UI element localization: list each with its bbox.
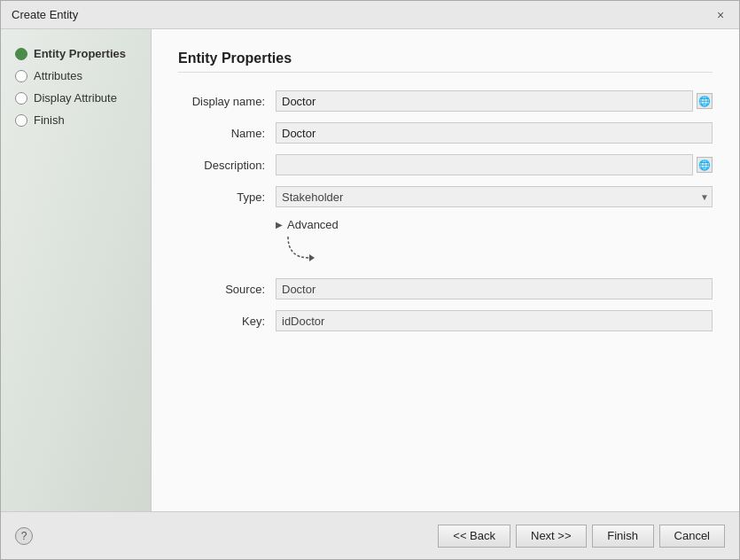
sidebar-label-finish: Finish — [34, 113, 65, 127]
description-input[interactable] — [276, 154, 693, 175]
name-input-wrap — [276, 122, 713, 144]
dialog-title: Create Entity — [12, 8, 78, 21]
description-row: Description: 🌐 — [178, 154, 713, 175]
advanced-toggle[interactable]: ▶ Advanced — [276, 218, 713, 231]
step-indicator-attributes — [15, 70, 27, 82]
name-label: Name: — [178, 127, 276, 140]
close-button[interactable]: × — [713, 7, 728, 23]
finish-button[interactable]: Finish — [592, 525, 654, 548]
description-globe-icon[interactable]: 🌐 — [697, 157, 713, 173]
key-row: Key: — [178, 310, 713, 331]
step-indicator-entity-properties — [15, 48, 27, 60]
curved-arrow-svg — [284, 233, 320, 265]
display-name-row: Display name: 🌐 — [178, 90, 713, 112]
curved-arrow-container — [284, 233, 713, 268]
key-input[interactable] — [276, 310, 713, 331]
source-input-wrap — [276, 278, 713, 299]
step-indicator-finish — [15, 114, 27, 127]
type-label: Type: — [178, 191, 276, 204]
description-input-wrap: 🌐 — [276, 154, 713, 175]
footer-left: ? — [15, 527, 33, 545]
description-label: Description: — [178, 159, 276, 172]
display-name-label: Display name: — [178, 95, 276, 108]
back-button[interactable]: << Back — [438, 525, 510, 548]
sidebar-item-finish[interactable]: Finish — [15, 113, 136, 127]
advanced-toggle-arrow-icon: ▶ — [276, 220, 283, 229]
display-name-input[interactable] — [276, 90, 693, 112]
name-input[interactable] — [276, 122, 713, 144]
cancel-button[interactable]: Cancel — [659, 525, 725, 548]
name-row: Name: — [178, 122, 713, 144]
source-input[interactable] — [276, 278, 713, 299]
sidebar: Entity Properties Attributes Display Att… — [1, 29, 152, 511]
advanced-section: ▶ Advanced — [178, 218, 713, 268]
main-content: Entity Properties Attributes Display Att… — [1, 29, 739, 511]
type-select-wrap: Stakeholder ▼ — [276, 186, 713, 207]
sidebar-item-attributes[interactable]: Attributes — [15, 69, 136, 82]
type-select[interactable]: Stakeholder — [276, 186, 713, 207]
footer-buttons: << Back Next >> Finish Cancel — [438, 525, 725, 548]
source-row: Source: — [178, 278, 713, 299]
type-row: Type: Stakeholder ▼ — [178, 186, 713, 207]
section-title: Entity Properties — [178, 51, 713, 73]
sidebar-item-display-attribute[interactable]: Display Attribute — [15, 91, 136, 105]
sidebar-label-attributes: Attributes — [34, 69, 82, 82]
dialog: Create Entity × Entity Properties Attrib… — [0, 0, 740, 560]
help-button[interactable]: ? — [15, 527, 33, 545]
step-indicator-display-attribute — [15, 92, 27, 105]
advanced-toggle-label: Advanced — [287, 218, 339, 231]
title-bar: Create Entity × — [1, 1, 739, 29]
key-label: Key: — [178, 315, 276, 328]
type-input-wrap: Stakeholder ▼ — [276, 186, 713, 207]
content-area: Entity Properties Display name: 🌐 Name: … — [152, 29, 739, 511]
sidebar-label-entity-properties: Entity Properties — [34, 47, 126, 60]
arrow-head — [309, 254, 315, 261]
source-label: Source: — [178, 283, 276, 296]
display-name-input-wrap: 🌐 — [276, 90, 713, 112]
sidebar-item-entity-properties[interactable]: Entity Properties — [15, 47, 136, 60]
key-input-wrap — [276, 310, 713, 331]
footer: ? << Back Next >> Finish Cancel — [1, 511, 739, 559]
sidebar-label-display-attribute: Display Attribute — [34, 91, 117, 105]
display-name-globe-icon[interactable]: 🌐 — [697, 93, 713, 109]
next-button[interactable]: Next >> — [516, 525, 587, 548]
